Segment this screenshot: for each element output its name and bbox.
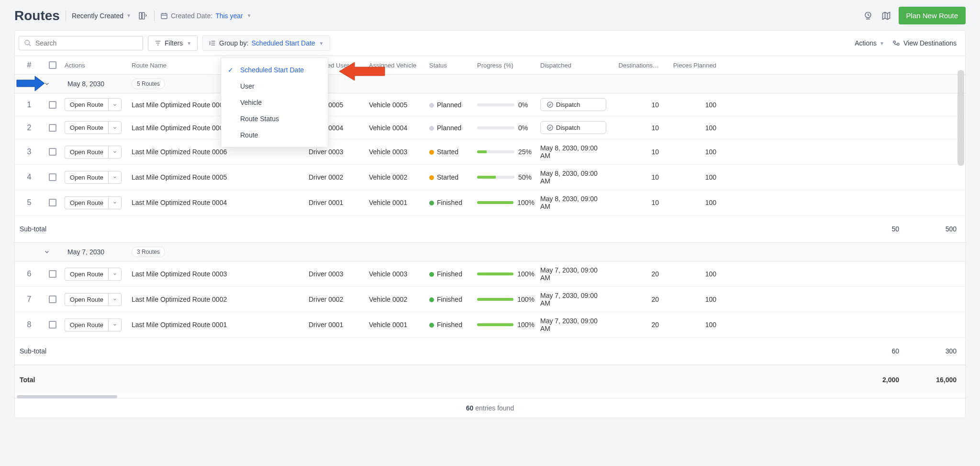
- group-header[interactable]: May 8, 20305 Routes: [15, 75, 965, 93]
- timeline-icon[interactable]: [862, 10, 874, 22]
- progress: 100%: [477, 296, 535, 303]
- open-route-caret[interactable]: [108, 146, 122, 159]
- open-route-caret[interactable]: [108, 98, 122, 111]
- open-route-button[interactable]: Open Route: [65, 171, 108, 184]
- col-status[interactable]: Status: [426, 57, 474, 74]
- open-route-button[interactable]: Open Route: [65, 268, 108, 281]
- chevron-down-icon: ▼: [126, 13, 131, 18]
- progress: 25%: [477, 148, 535, 156]
- pieces-count: 100: [668, 119, 725, 136]
- search-input[interactable]: [35, 39, 138, 47]
- open-route-caret[interactable]: [108, 121, 122, 134]
- progress: 100%: [477, 270, 535, 278]
- destinations-icon: [892, 39, 901, 47]
- status: Finished: [426, 291, 474, 308]
- vertical-scrollbar[interactable]: [958, 70, 964, 166]
- open-route-caret[interactable]: [108, 318, 122, 331]
- expand-group-icon[interactable]: [44, 80, 63, 87]
- status: Started: [426, 143, 474, 160]
- open-route-button[interactable]: Open Route: [65, 121, 108, 134]
- row-checkbox[interactable]: [49, 173, 56, 181]
- map-icon[interactable]: [880, 10, 892, 22]
- col-progress[interactable]: Progress (%): [474, 57, 537, 74]
- assigned-vehicle: Vehicle 0004: [366, 119, 426, 136]
- open-route-button[interactable]: Open Route: [65, 98, 108, 111]
- col-actions[interactable]: Actions: [62, 57, 129, 74]
- created-date-filter[interactable]: Created Date: This year ▼: [160, 12, 252, 20]
- svg-marker-10: [882, 12, 890, 19]
- table-row: 2Open RouteLast Mile Optimized Route 000…: [15, 116, 965, 139]
- pieces-count: 100: [668, 169, 725, 186]
- subtotal-row: Sub-total50500: [15, 216, 965, 243]
- open-route-caret[interactable]: [108, 196, 122, 209]
- groupby-value: Scheduled Start Date: [252, 39, 315, 47]
- open-route-button[interactable]: Open Route: [65, 293, 108, 306]
- col-pieces[interactable]: Pieces Planned: [668, 57, 725, 74]
- row-checkbox[interactable]: [49, 270, 56, 278]
- row-number: 3: [15, 143, 44, 161]
- subtotal-pieces: 500: [908, 220, 965, 238]
- row-checkbox[interactable]: [49, 124, 56, 132]
- dispatch-button[interactable]: Dispatch: [540, 121, 606, 134]
- view-destinations-button[interactable]: View Destinations: [892, 39, 957, 47]
- recently-created-dropdown[interactable]: Recently Created ▼: [72, 12, 131, 20]
- row-checkbox[interactable]: [49, 148, 56, 156]
- filter-icon: [154, 39, 162, 47]
- destinations-count: 10: [609, 143, 668, 160]
- customize-columns-icon[interactable]: [137, 10, 148, 22]
- open-route-button[interactable]: Open Route: [65, 196, 108, 209]
- assigned-user: Driver 0003: [306, 265, 366, 283]
- col-destinations[interactable]: Destinations…: [609, 57, 668, 74]
- dispatch-button[interactable]: Dispatch: [540, 98, 606, 111]
- col-dispatched[interactable]: Dispatched: [537, 57, 609, 74]
- total-row: Total 2,000 16,000: [15, 365, 965, 394]
- table-row: 7Open RouteLast Mile Optimized Route 000…: [15, 287, 965, 312]
- route-name: Last Mile Optimized Route 0002: [129, 291, 306, 308]
- groupby-button[interactable]: Group by: Scheduled Start Date ▼: [202, 35, 330, 51]
- dispatched-time: May 8, 2030, 09:00 AM: [540, 195, 598, 210]
- row-checkbox[interactable]: [49, 321, 56, 329]
- pieces-count: 100: [668, 194, 725, 211]
- open-route-caret[interactable]: [108, 171, 122, 184]
- groupby-option[interactable]: User: [221, 78, 328, 94]
- row-checkbox[interactable]: [49, 101, 56, 109]
- row-checkbox[interactable]: [49, 199, 56, 206]
- open-route-caret[interactable]: [108, 293, 122, 306]
- table-row: 6Open RouteLast Mile Optimized Route 000…: [15, 261, 965, 287]
- actions-dropdown[interactable]: Actions ▼: [855, 39, 884, 47]
- open-route-caret[interactable]: [108, 268, 122, 281]
- plan-new-route-button[interactable]: Plan New Route: [899, 7, 966, 24]
- route-name: Last Mile Optimized Route 0003: [129, 265, 306, 283]
- created-date-label: Created Date:: [171, 12, 212, 20]
- subtotal-label: Sub-total: [15, 347, 62, 355]
- open-route-button[interactable]: Open Route: [65, 318, 108, 331]
- destinations-count: 10: [609, 119, 668, 136]
- search-input-wrapper[interactable]: [19, 36, 143, 50]
- destinations-count: 10: [609, 194, 668, 211]
- groupby-option[interactable]: Route: [221, 127, 328, 143]
- svg-line-14: [29, 44, 31, 46]
- row-checkbox[interactable]: [49, 296, 56, 303]
- group-header[interactable]: May 7, 20303 Routes: [15, 243, 965, 261]
- route-name: Last Mile Optimized Route 0005: [129, 169, 306, 186]
- subtotal-pieces: 300: [908, 342, 965, 360]
- assigned-vehicle: Vehicle 0003: [366, 143, 426, 160]
- expand-group-icon[interactable]: [44, 249, 63, 255]
- svg-point-27: [547, 125, 553, 130]
- group-date: May 7, 2030: [63, 248, 130, 256]
- select-all-checkbox[interactable]: [49, 61, 56, 69]
- filters-label: Filters: [165, 39, 183, 47]
- horizontal-scrollbar[interactable]: [15, 394, 965, 398]
- destinations-count: 10: [609, 96, 668, 114]
- groupby-menu: Scheduled Start DateUserVehicleRoute Sta…: [221, 57, 328, 148]
- pieces-count: 100: [668, 265, 725, 283]
- filters-button[interactable]: Filters ▼: [148, 35, 198, 51]
- open-route-button[interactable]: Open Route: [65, 146, 108, 159]
- dispatched-time: May 8, 2030, 09:00 AM: [540, 170, 598, 185]
- status: Finished: [426, 194, 474, 211]
- groupby-option[interactable]: Scheduled Start Date: [221, 62, 328, 78]
- col-number: #: [15, 56, 44, 74]
- groupby-option[interactable]: Vehicle: [221, 94, 328, 111]
- row-number: 5: [15, 193, 44, 212]
- groupby-option[interactable]: Route Status: [221, 111, 328, 127]
